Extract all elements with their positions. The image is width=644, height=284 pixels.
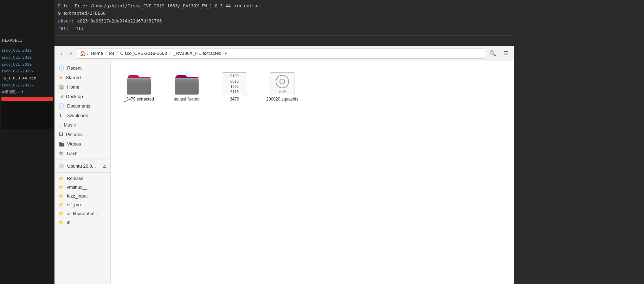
file-manager: ‹ › 🏠 / Home / iot / Cisco_CVE-2019-1663… [54,46,514,284]
left-line-7: 本示例说...t [1,89,53,95]
breadcrumb-separator-0: / [87,51,89,56]
file-content: _3479.extracted [111,61,514,284]
breadcrumb-dropdown-btn[interactable]: ▼ [223,51,228,56]
terminal-line-4: res: 411 [58,25,510,32]
sidebar-bookmark-in[interactable]: 📁 in [54,218,110,227]
sidebar-label-starred: Starred [66,75,81,80]
file-grid: _3479.extracted [118,70,507,104]
sidebar-label-vmlinux: vmlinux__ [67,185,88,190]
sqsh-icon: sqsh [270,72,295,95]
svg-rect-5 [175,79,199,83]
back-button[interactable]: ‹ [57,49,65,58]
file-item-3479[interactable]: 0100 0010 1001 0110 3479 [213,70,256,104]
videos-icon: 🎬 [59,141,64,147]
sidebar-drive[interactable]: 💿 Ubuntu 20.0... ⏏ [54,161,110,171]
file-item-squashfs-root[interactable]: squashfs-root [166,70,208,104]
sqsh-circles [276,75,289,88]
forward-button[interactable]: › [67,49,75,58]
file-item-extracted[interactable]: _3479.extracted [118,70,160,104]
left-hexadec: HEXADECI [0,35,54,46]
red-bar [1,97,53,101]
sidebar-item-recent[interactable]: 🕐 Recent [54,63,110,73]
search-button[interactable]: 🔍 [487,49,499,58]
home-sidebar-icon: 🏠 [59,84,64,90]
sidebar-item-pictures[interactable]: 🖼 Pictures [54,130,110,139]
sidebar-item-starred[interactable]: ★ Starred [54,73,110,82]
left-terminal-top [0,0,54,35]
folder-icon-extracted [126,72,152,95]
binary-icon: 0100 0010 1001 0110 [222,72,247,95]
sidebar: 🕐 Recent ★ Starred 🏠 Home 🖥 Desktop [54,61,111,284]
sidebar-label-pictures: Pictures [66,132,83,137]
desktop-icon: 🖥 [59,94,63,99]
downloads-icon: ⬇ [59,113,63,118]
trash-icon: 🗑 [59,151,63,156]
sidebar-label-home: Home [67,84,79,90]
terminal-line-1: File: File: /home/gxh/iot/Cisco_CVE-2019… [58,2,510,9]
left-line-4: isco_CVE-2019- [1,68,53,75]
left-line-3: isco_CVE-2019- [1,61,53,68]
sidebar-item-downloads[interactable]: ⬇ Downloads [54,111,110,120]
music-icon: ♪ [59,122,61,128]
file-name-extracted: _3479.extracted [124,97,154,102]
file-name-squashfs-root: squashfs-root [174,97,200,102]
file-name-3479: 3479 [230,97,239,102]
sidebar-label-elf-pro: elf_pro [67,202,81,207]
pictures-icon: 🖼 [59,132,63,137]
file-name-squashfs: 200020.squashfs [266,97,298,102]
home-icon: 🏠 [80,51,86,56]
sidebar-item-home[interactable]: 🏠 Home [54,82,110,92]
left-line-6: isco_CVE-2019- [1,82,53,89]
sidebar-label-desktop: Desktop [66,94,83,99]
recent-icon: 🕐 [59,65,64,71]
eject-button[interactable]: ⏏ [102,164,106,169]
sidebar-bookmark-release[interactable]: 📁 Release [54,174,110,183]
sidebar-divider [54,160,110,160]
breadcrumb-extracted[interactable]: _RV130X_F....extracted [172,50,223,56]
breadcrumb-home[interactable]: Home [90,50,104,56]
sidebar-label-trash: Trash [66,151,78,156]
sidebar-bookmark-afl[interactable]: 📁 afl-libprotobuf-... [54,209,110,218]
sidebar-item-videos[interactable]: 🎬 Videos [54,139,110,149]
sidebar-bookmark-fuzz-input[interactable]: 📁 fuzz_input [54,192,110,200]
sidebar-label-downloads: Downloads [65,113,88,118]
right-dark-bar [514,35,644,46]
sidebar-item-documents[interactable]: 📄 Documents [54,101,110,111]
sidebar-divider-2 [54,172,110,173]
breadcrumb-iot[interactable]: iot [108,50,115,56]
breadcrumb-separator-1: / [105,51,107,56]
left-line-2: isco_CVE-2019- [1,54,53,61]
breadcrumb-separator-3: / [169,51,171,56]
view-menu-button[interactable]: ☰ [501,49,511,58]
sidebar-label-fuzz-input: fuzz_input [67,193,88,199]
left-line-1: isco_CVE-2019- [1,47,53,54]
sidebar-item-trash[interactable]: 🗑 Trash [54,149,110,158]
sidebar-bookmark-elf-pro[interactable]: 📁 elf_pro [54,200,110,209]
sidebar-label-in: in [67,220,70,225]
sidebar-item-desktop[interactable]: 🖥 Desktop [54,92,110,101]
bookmark-folder-icon-fuzz: 📁 [59,194,64,199]
file-item-squashfs[interactable]: sqsh 200020.squashfs [261,70,303,104]
top-terminal: File: File: /home/gxh/iot/Cisco_CVE-2019… [54,0,514,35]
bookmark-folder-icon-elf: 📁 [59,202,64,207]
bookmark-folder-icon-release: 📁 [59,176,64,181]
left-line-5: FW_1.0.3.44.bin [1,75,53,82]
starred-icon: ★ [59,75,63,80]
breadcrumb-bar: 🏠 / Home / iot / Cisco_CVE-2019-1663 / _… [77,48,485,59]
bookmark-folder-icon-in: 📁 [59,220,64,225]
breadcrumb-cisco[interactable]: Cisco_CVE-2019-1663 [119,50,168,56]
drive-label: Ubuntu 20.0... [67,163,99,169]
svg-rect-2 [127,79,151,83]
right-dark-area [514,0,644,35]
drive-icon: 💿 [59,163,64,169]
sidebar-label-documents: Documents [67,103,90,109]
dark-area-bottom [1,101,53,129]
sidebar-bookmark-vmlinux[interactable]: 📁 vmlinux__ [54,183,110,192]
sidebar-label-recent: Recent [67,65,82,71]
right-panel [514,46,644,284]
breadcrumb-separator-2: / [116,51,118,56]
folder-icon-squashfs-root [174,72,199,95]
sidebar-item-music[interactable]: ♪ Music [54,120,110,130]
sqsh-label: sqsh [278,90,286,93]
left-terminal-panel: isco_CVE-2019- isco_CVE-2019- isco_CVE-2… [0,46,54,284]
